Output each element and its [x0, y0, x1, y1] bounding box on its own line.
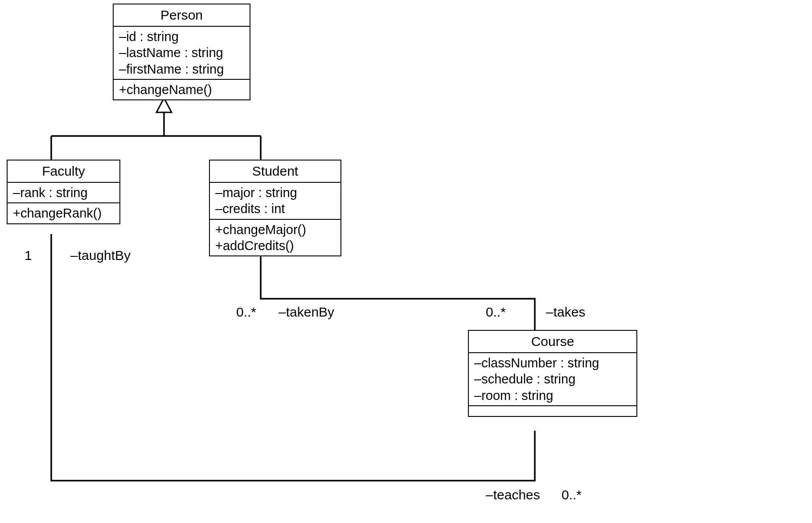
class-course-attrs: –classNumber : string –schedule : string…: [469, 353, 636, 406]
class-student-ops: +changeMajor() +addCredits(): [210, 220, 340, 256]
class-person-name: Person: [114, 4, 250, 27]
op-row: +changeName(): [119, 82, 244, 98]
class-person: Person –id : string –lastName : string –…: [113, 4, 250, 100]
attr-row: –lastName : string: [119, 45, 244, 61]
role-takenby: –takenBy: [279, 305, 334, 319]
class-faculty: Faculty –rank : string +changeRank(): [7, 160, 120, 224]
attr-row: –schedule : string: [474, 371, 631, 387]
class-course-name: Course: [469, 331, 636, 353]
role-taughtby: –taughtBy: [70, 249, 131, 262]
role-takes: –takes: [546, 305, 585, 319]
attr-row: –major : string: [215, 185, 335, 201]
attr-row: –credits : int: [215, 201, 335, 217]
multiplicity-takenby: 0..*: [236, 305, 256, 319]
multiplicity-taughtby: 1: [25, 249, 32, 262]
attr-row: –rank : string: [13, 185, 114, 201]
op-row: +changeMajor(): [215, 222, 335, 238]
class-course: Course –classNumber : string –schedule :…: [468, 330, 637, 417]
op-row: +addCredits(): [215, 238, 335, 254]
class-course-ops: [469, 406, 636, 416]
multiplicity-takes: 0..*: [486, 305, 506, 319]
class-person-attrs: –id : string –lastName : string –firstNa…: [114, 27, 250, 80]
class-faculty-attrs: –rank : string: [8, 183, 119, 203]
op-row: +changeRank(): [13, 205, 114, 221]
class-student-attrs: –major : string –credits : int: [210, 183, 340, 220]
class-student-name: Student: [210, 161, 340, 183]
attr-row: –id : string: [119, 29, 244, 45]
class-person-ops: +changeName(): [114, 80, 250, 99]
multiplicity-teaches: 0..*: [562, 488, 582, 502]
class-faculty-name: Faculty: [8, 161, 119, 183]
attr-row: –classNumber : string: [474, 355, 631, 371]
class-faculty-ops: +changeRank(): [8, 203, 119, 223]
role-teaches: –teaches: [486, 488, 540, 502]
attr-row: –firstName : string: [119, 61, 244, 77]
class-student: Student –major : string –credits : int +…: [209, 160, 341, 256]
attr-row: –room : string: [474, 387, 631, 404]
